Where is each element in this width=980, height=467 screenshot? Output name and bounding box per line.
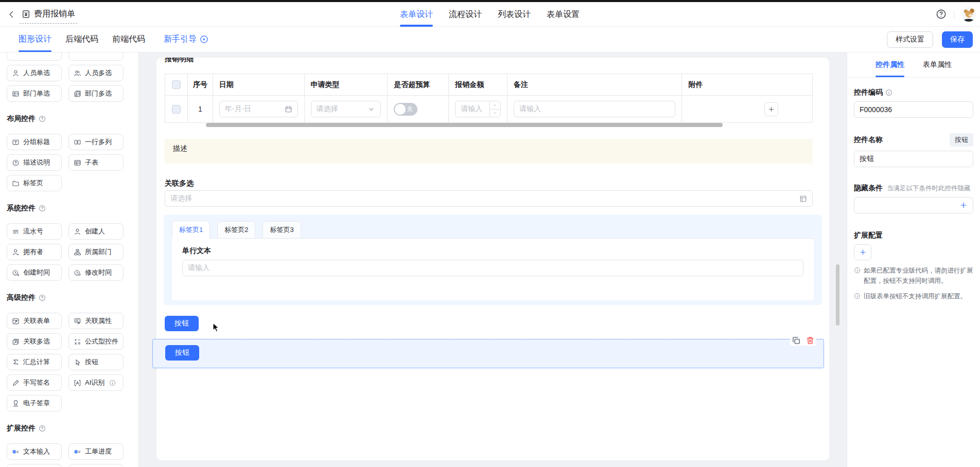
row-checkbox[interactable] <box>172 105 181 114</box>
info-icon <box>854 267 861 274</box>
description-block[interactable]: 描述 <box>165 139 813 164</box>
question-icon <box>39 115 46 122</box>
canvas-vertical-scrollbar[interactable] <box>836 264 839 326</box>
pointer-icon <box>74 358 81 366</box>
sidebar-item-AI识别[interactable]: AI识别 <box>68 374 124 391</box>
sidebar-item-关联表单[interactable]: 关联表单 <box>7 313 62 329</box>
columns-icon <box>74 138 81 146</box>
subtable-horizontal-scrollbar[interactable] <box>206 123 723 127</box>
sidebar-item-拥有者[interactable]: 拥有者 <box>7 244 62 260</box>
date-input[interactable]: 年-月-日 <box>219 101 298 117</box>
sidebar-grid: 关联表单关联属性关联多选公式型控件汇总计算按钮手写签名AI识别电子签章 <box>0 313 138 411</box>
sidebar-item-label: 人员单选 <box>23 68 50 78</box>
form-button-1[interactable]: 按钮 <box>165 316 199 331</box>
canvas-tab-标签页2[interactable]: 标签页2 <box>217 221 255 239</box>
save-button[interactable]: 保存 <box>942 31 973 48</box>
single-line-text-input[interactable]: 请输入 <box>182 260 803 276</box>
sidebar-item-label: 分组标题 <box>23 137 50 147</box>
style-settings-button[interactable]: 样式设置 <box>887 31 933 48</box>
panel-tab-表单属性[interactable]: 表单属性 <box>923 52 952 77</box>
guide-button[interactable]: 新手引导 <box>164 34 208 45</box>
plugin-icon <box>12 448 20 456</box>
amount-input[interactable]: 请输入 <box>455 101 501 117</box>
header-tab-表单设置[interactable]: 表单设置 <box>547 2 580 27</box>
sidebar-item-手写签名[interactable]: 手写签名 <box>7 374 62 391</box>
sidebar-item-创建人[interactable]: 创建人 <box>68 223 124 240</box>
sidebar-item-按钮[interactable]: 按钮 <box>68 354 124 370</box>
form-button-2-selected[interactable]: 按钮 <box>165 345 199 361</box>
sidebar-item-汇总计算[interactable]: 汇总计算 <box>7 354 62 370</box>
sidebar-item-标签页[interactable]: 标签页 <box>7 175 62 191</box>
info-icon[interactable] <box>885 89 892 96</box>
back-icon[interactable] <box>7 10 15 19</box>
stepper-up[interactable] <box>490 101 500 110</box>
header-tab-列表设计[interactable]: 列表设计 <box>498 2 531 27</box>
sidebar-item-描述说明[interactable]: 描述说明 <box>7 154 62 171</box>
sidebar-item-label: 手写签名 <box>23 378 50 387</box>
header-checkbox[interactable] <box>172 80 181 89</box>
header-tab-流程设计[interactable]: 流程设计 <box>449 2 482 27</box>
add-extension-button[interactable] <box>854 244 871 260</box>
sidebar-item-label: 关联属性 <box>85 316 112 326</box>
form-title-editable[interactable]: 费用报销单 <box>20 8 77 24</box>
sidebar-item-人员多选[interactable]: 人员多选 <box>68 65 124 81</box>
budget-toggle[interactable]: 关 <box>394 103 417 116</box>
sidebar-item-所属部门[interactable]: 所属部门 <box>68 244 124 260</box>
question-icon <box>39 294 46 301</box>
toolbar-mode-后端代码[interactable]: 后端代码 <box>65 27 98 52</box>
sidebar-item-label: 部门多选 <box>85 89 112 98</box>
control-code-input[interactable]: F0000036 <box>854 101 973 118</box>
hide-condition-input[interactable] <box>854 197 973 213</box>
sidebar-item-部门单选[interactable]: 部门单选 <box>7 85 62 102</box>
stepper-down[interactable] <box>490 110 500 117</box>
sidebar-item-zhgplugin[interactable]: zhgplugin <box>68 464 124 467</box>
sidebar-item-clipped[interactable] <box>7 52 62 61</box>
canvas-tab-标签页3[interactable]: 标签页3 <box>262 221 301 239</box>
copy-icon[interactable] <box>792 336 801 345</box>
toolbar-mode-前端代码[interactable]: 前端代码 <box>112 27 145 52</box>
form-canvas: 报销明细 序号日期申请类型是否超预算报销金额备注附件 1 年-月-日 <box>139 52 847 467</box>
avatar[interactable] <box>961 7 976 22</box>
panel-tab-控件属性[interactable]: 控件属性 <box>876 52 904 77</box>
control-name-input[interactable]: 按钮 <box>854 151 973 167</box>
canvas-tab-标签页1[interactable]: 标签页1 <box>172 221 210 239</box>
sidebar-item-工单进度[interactable]: 工单进度 <box>68 443 124 460</box>
sidebar-item-关联多选[interactable]: 关联多选 <box>7 333 62 350</box>
sidebar-item-文本输入[interactable]: 文本输入 <box>7 443 62 460</box>
note-input[interactable]: 请输入 <box>514 101 675 117</box>
selected-control-wrapper[interactable]: 按钮 <box>152 339 824 368</box>
section-title-text: 布局控件 <box>7 114 36 123</box>
help-icon[interactable] <box>936 9 947 20</box>
number-stepper <box>489 101 500 117</box>
sidebar-item-一行多列[interactable]: 一行多列 <box>68 134 124 150</box>
dept-icon <box>12 90 20 98</box>
header-tab-表单设计[interactable]: 表单设计 <box>400 2 433 27</box>
sidebar-item-人员单选[interactable]: 人员单选 <box>7 65 62 81</box>
page-title: 费用报销单 <box>34 9 75 20</box>
add-condition-icon[interactable] <box>959 201 968 209</box>
sidebar-item-clipped[interactable] <box>68 52 124 61</box>
info-icon <box>854 293 861 299</box>
sidebar-item-修改时间[interactable]: 修改时间 <box>68 264 124 281</box>
sidebar-item-关联属性[interactable]: 关联属性 <box>68 313 124 329</box>
trash-icon[interactable] <box>806 336 815 345</box>
row-note-cell: 请输入 <box>507 96 682 122</box>
sidebar-item-电子签章[interactable]: 电子签章 <box>7 395 62 411</box>
relation-multi-select[interactable]: 请选择 <box>165 190 813 207</box>
sidebar-item-工单进度插件[interactable]: 工单进度插件 <box>7 464 62 467</box>
tab-panel: 单行文本 请输入 <box>172 238 814 300</box>
sidebar-item-创建时间[interactable]: 创建时间 <box>7 264 62 281</box>
sidebar-partial-row <box>0 52 138 61</box>
header-tabs: 表单设计流程设计列表设计表单设置 <box>400 2 580 27</box>
sidebar-item-公式型控件[interactable]: 公式型控件 <box>68 333 124 350</box>
toolbar-mode-图形设计[interactable]: 图形设计 <box>19 27 51 52</box>
sidebar-item-流水号[interactable]: 流水号 <box>7 223 62 240</box>
section-title-text: 高级控件 <box>7 293 36 302</box>
add-attachment-button[interactable] <box>764 102 778 116</box>
subtable: 序号日期申请类型是否超预算报销金额备注附件 1 年-月-日 请选择 <box>165 74 813 123</box>
sidebar-item-label: 所属部门 <box>85 247 112 257</box>
sidebar-item-子表[interactable]: 子表 <box>68 154 124 171</box>
type-select[interactable]: 请选择 <box>311 101 381 117</box>
sidebar-item-部门多选[interactable]: 部门多选 <box>68 85 124 102</box>
sidebar-item-分组标题[interactable]: 分组标题 <box>7 134 62 150</box>
